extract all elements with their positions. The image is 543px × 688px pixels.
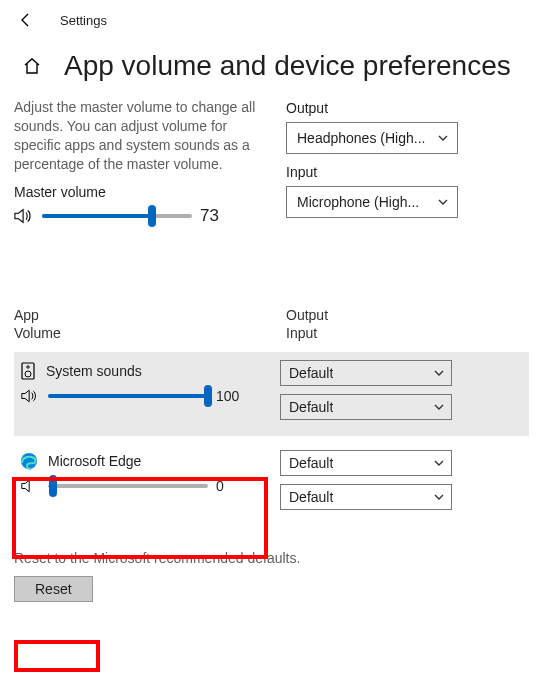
column-output-label: Output (286, 306, 529, 324)
system-output-value: Default (289, 365, 333, 381)
column-volume-label: Volume (14, 324, 274, 342)
column-app-label: App (14, 306, 274, 324)
back-button[interactable] (14, 8, 38, 32)
input-label: Input (286, 164, 529, 180)
app-name-edge: Microsoft Edge (48, 453, 141, 469)
page-title: App volume and device preferences (64, 50, 511, 82)
chevron-down-icon (433, 367, 445, 379)
output-device-select[interactable]: Headphones (High... (286, 122, 458, 154)
chevron-down-icon (433, 401, 445, 413)
input-device-select[interactable]: Microphone (High... (286, 186, 458, 218)
output-label: Output (286, 100, 529, 116)
system-input-select[interactable]: Default (280, 394, 452, 420)
speaker-icon (20, 389, 40, 403)
edge-input-select[interactable]: Default (280, 484, 452, 510)
svg-point-1 (27, 366, 29, 368)
svg-point-2 (25, 371, 31, 377)
master-volume-value: 73 (200, 206, 228, 226)
reset-description: Reset to the Microsoft recommended defau… (14, 550, 529, 566)
reset-button[interactable]: Reset (14, 576, 93, 602)
chevron-down-icon (433, 457, 445, 469)
edge-volume-value: 0 (216, 478, 242, 494)
system-volume-slider[interactable] (48, 386, 208, 406)
master-volume-slider[interactable] (42, 206, 192, 226)
window-title: Settings (60, 13, 107, 28)
description-text: Adjust the master volume to change all s… (14, 98, 264, 174)
speaker-icon (14, 208, 34, 224)
edge-output-value: Default (289, 455, 333, 471)
system-sounds-icon (20, 362, 36, 380)
edge-input-value: Default (289, 489, 333, 505)
chevron-down-icon (437, 132, 449, 144)
edge-icon (20, 452, 38, 470)
edge-volume-slider[interactable] (48, 476, 208, 496)
system-output-select[interactable]: Default (280, 360, 452, 386)
output-device-value: Headphones (High... (297, 130, 425, 146)
app-name-system: System sounds (46, 363, 142, 379)
master-volume-label: Master volume (14, 184, 274, 200)
speaker-muted-icon (20, 479, 40, 493)
chevron-down-icon (433, 491, 445, 503)
home-button[interactable] (18, 52, 46, 80)
chevron-down-icon (437, 196, 449, 208)
edge-output-select[interactable]: Default (280, 450, 452, 476)
system-volume-value: 100 (216, 388, 242, 404)
system-input-value: Default (289, 399, 333, 415)
column-input-label: Input (286, 324, 529, 342)
input-device-value: Microphone (High... (297, 194, 419, 210)
highlight-reset-button (14, 640, 100, 672)
